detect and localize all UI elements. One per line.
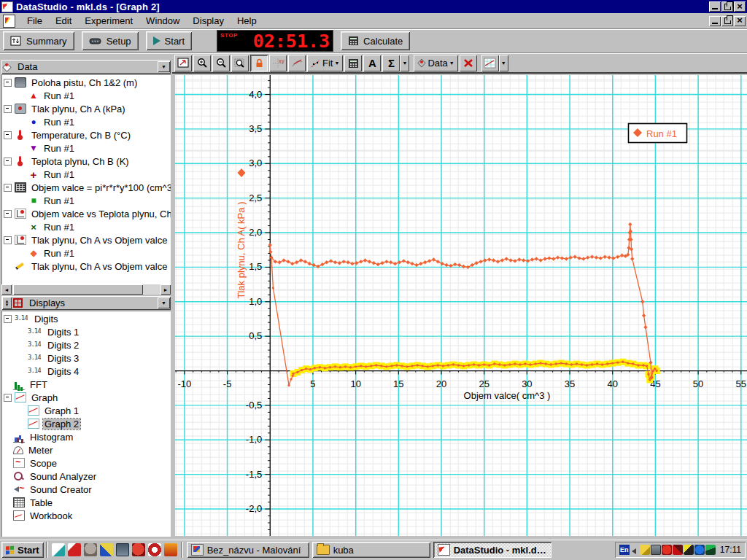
data-item-poloha-pistu[interactable]: Poloha pistu, Ch 1&2 (m) [1,76,171,89]
menu-help[interactable]: Help [231,14,263,28]
collapse-icon[interactable] [4,105,12,113]
collapse-icon[interactable] [4,394,12,402]
collapse-icon[interactable] [4,184,12,192]
summary-button[interactable]: Summary [3,31,74,50]
data-run-item[interactable]: ■Run #1 [1,194,171,207]
data-item-tlak-vs-objem-2[interactable]: Tlak plynu, Ch A vs Objem valce [1,260,171,273]
data-run-item[interactable]: ◆Run #1 [1,246,171,260]
data-item-temperature[interactable]: Temperature, Ch B (°C) [1,128,171,141]
scroll-left-icon[interactable]: ◄ [1,284,12,295]
volume-icon[interactable] [632,548,636,554]
data-item-teplota-plynu[interactable]: Teplota plynu, Ch B (K) [1,155,171,168]
display-item-graph-2-selected[interactable]: Graph 2 [1,417,171,430]
data-run-item[interactable]: ●Run #1 [1,115,171,128]
delete-button[interactable] [460,55,477,71]
mdi-minimize-button[interactable] [709,16,721,26]
quicklaunch-notes-icon[interactable] [52,543,65,556]
xy-tool-button[interactable]: xy [269,55,287,71]
display-item-histogram[interactable]: Histogram [1,430,171,443]
collapse-icon[interactable] [4,158,12,166]
document-icon[interactable] [3,15,15,28]
scroll-right-icon[interactable]: ► [160,284,171,295]
data-tree-hscrollbar[interactable]: ◄ ► [1,284,171,295]
data-run-item[interactable]: ▲Run #1 [1,89,171,102]
collapse-icon[interactable] [4,315,12,323]
quicklaunch-dragon-icon[interactable] [132,543,145,556]
display-item-scope[interactable]: Scope [1,456,171,470]
menu-file[interactable]: File [21,14,48,28]
display-item-digits-3[interactable]: Digits 3 [1,351,171,365]
display-item-digits-2[interactable]: Digits 2 [1,338,171,351]
pane-splitter-icon[interactable]: ▲▼ [2,297,12,309]
menu-window[interactable]: Window [140,14,185,28]
calculate-tool-button[interactable] [344,55,362,71]
collapse-icon[interactable] [4,131,12,139]
graph-settings-button[interactable] [481,55,499,71]
data-panel-header[interactable]: Data ▼ [1,60,171,74]
display-item-sound-creator[interactable]: Sound Creator [1,483,171,496]
data-run-item[interactable]: +Run #1 [1,168,171,181]
quicklaunch-pen-icon[interactable] [100,543,113,556]
menu-experiment[interactable]: Experiment [79,14,139,28]
text-tool-button[interactable]: A [363,55,381,71]
scrollbar-thumb[interactable] [13,284,143,295]
tray-scheduler-icon[interactable] [651,545,661,555]
zoom-out-button[interactable] [212,55,230,71]
zoom-in-button[interactable] [193,55,211,71]
data-run-item[interactable]: ×Run #1 [1,220,171,233]
display-item-digits[interactable]: Digits [1,312,171,325]
quicklaunch-bird-icon[interactable] [84,543,97,556]
smart-tool-button[interactable] [250,55,268,71]
display-item-table[interactable]: Table [1,496,171,509]
statistics-button[interactable]: Σ [382,55,400,71]
task-paint[interactable]: Bez_názvu - Malování [187,542,309,558]
display-item-meter[interactable]: Meter [1,443,171,456]
display-item-digits-4[interactable]: Digits 4 [1,365,171,378]
tray-arrows-icon[interactable] [694,545,705,555]
mdi-close-button[interactable]: × [734,16,746,26]
tray-green-icon[interactable] [705,545,716,555]
display-item-sound-analyzer[interactable]: Sound Analyzer [1,470,171,483]
scale-to-fit-button[interactable] [174,55,192,71]
data-dropdown-button[interactable]: ▼ [158,61,170,72]
displays-dropdown-button[interactable]: ▼ [158,298,170,308]
slope-tool-button[interactable] [288,55,306,71]
quicklaunch-calculator-icon[interactable] [116,543,129,556]
mdi-restore-button[interactable] [721,16,733,26]
display-item-workbook[interactable]: Workbook [1,509,171,522]
minimize-button[interactable] [709,1,721,12]
graph-plot-area[interactable]: -10-55101520253035404550554,03,53,02,52,… [175,75,747,536]
keyboard-layout-indicator[interactable]: En [619,545,630,555]
display-item-digits-1[interactable]: Digits 1 [1,325,171,338]
start-menu-button[interactable]: Start [1,542,44,558]
tray-ati-icon[interactable] [662,545,672,555]
collapse-icon[interactable] [4,236,12,244]
data-item-objem-vs-teplota[interactable]: Objem valce vs Teplota plynu, Ch [1,207,171,220]
zoom-select-button[interactable] [231,55,249,71]
calculate-button[interactable]: Calculate [341,31,410,50]
collapse-icon[interactable] [4,79,12,87]
fit-menu-button[interactable]: Fit ▼ [307,55,343,71]
quicklaunch-acrobat-icon[interactable] [68,543,81,556]
graph-settings-dropdown-button[interactable]: ▼ [499,55,508,71]
data-item-objem-valce[interactable]: Objem valce = pi*r*r*y*100 (cm^3) [1,181,171,194]
menu-display[interactable]: Display [187,14,230,28]
data-item-tlak-plynu[interactable]: Tlak plynu, Ch A (kPa) [1,102,171,115]
quicklaunch-opera-icon[interactable] [148,543,161,556]
setup-button[interactable]: Setup [82,31,139,50]
data-menu-button[interactable]: Data ▼ [414,55,457,71]
close-button[interactable]: × [734,1,746,12]
data-item-tlak-vs-objem[interactable]: Tlak plynu, Ch A vs Objem valce [1,233,171,246]
restore-button[interactable] [721,1,733,12]
tray-icon-yellow[interactable] [640,545,650,555]
data-run-item[interactable]: ▼Run #1 [1,141,171,155]
collapse-icon[interactable] [4,210,12,218]
quicklaunch-flame-icon[interactable] [164,543,177,556]
task-datastudio-active[interactable]: DataStudio - mkl.ds - ... [433,542,551,558]
displays-panel-header[interactable]: ▲▼ Displays ▼ [1,296,171,310]
task-kuba-folder[interactable]: kuba [312,542,430,558]
display-item-fft[interactable]: FFT [1,378,171,391]
display-item-graph[interactable]: Graph [1,391,171,404]
menu-edit[interactable]: Edit [50,14,77,28]
start-button[interactable]: Start [146,31,192,50]
